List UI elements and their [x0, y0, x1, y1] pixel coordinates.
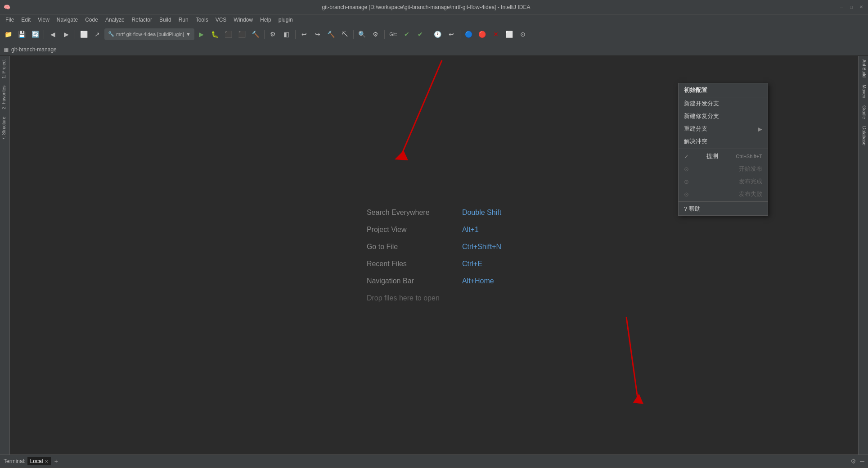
ctx-item-start-release: ⊙ 开始发布 — [679, 163, 768, 175]
toolbar-icon-1[interactable]: ⚙ — [267, 28, 279, 41]
hint-shortcut-recent: Ctrl+E — [462, 260, 482, 268]
terminal-gear-icon[interactable]: ⚙ — [850, 458, 856, 465]
git-rollback-icon[interactable]: ↩ — [445, 28, 458, 41]
menu-vcs[interactable]: VCS — [212, 14, 230, 25]
ctx-shortcut-test: Ctrl+Shift+T — [736, 154, 762, 159]
toolbar-hammer-icon[interactable]: 🔨 — [325, 28, 337, 41]
toolbar-ext-icon[interactable]: ⛏ — [338, 28, 351, 41]
ctx-item-release-done: ⊙ 发布完成 — [679, 175, 768, 188]
menu-refactor[interactable]: Refactor — [128, 14, 156, 25]
menu-file[interactable]: File — [2, 14, 18, 25]
hint-project-view: Project View Alt+1 — [367, 226, 501, 234]
toolbar-sep-6 — [384, 30, 385, 39]
toolbar-sync-icon[interactable]: 🔄 — [29, 28, 41, 41]
hint-shortcut-nav: Alt+Home — [462, 277, 494, 285]
hint-shortcut-search: Double Shift — [462, 209, 501, 217]
editor-area: Search Everywhere Double Shift Project V… — [10, 56, 858, 454]
menu-plugin[interactable]: plugin — [275, 14, 297, 25]
toolbar-sep-7 — [429, 30, 429, 39]
toolbar-arrow-icon[interactable]: ↗ — [91, 28, 103, 41]
sidebar-tab-project[interactable]: 1: Project — [0, 56, 9, 82]
menu-build[interactable]: Build — [156, 14, 175, 25]
terminal-tabs: Terminal: Local ✕ + ⚙ ─ — [0, 455, 868, 468]
git-history-icon[interactable]: 🕐 — [432, 28, 444, 41]
git-check-icon[interactable]: ✔ — [400, 28, 413, 41]
app-icon: 🧠 — [4, 4, 10, 10]
ctx-separator-2 — [679, 201, 768, 202]
menu-bar: File Edit View Navigate Code Analyze Ref… — [0, 14, 868, 25]
maximize-button[interactable]: □ — [848, 4, 855, 10]
debug-button[interactable]: 🐛 — [209, 28, 221, 41]
build-button[interactable]: 🔨 — [249, 28, 262, 41]
menu-run[interactable]: Run — [175, 14, 192, 25]
context-menu: 初始配置 新建开发分支 新建修复分支 重建分支 ▶ 解决冲突 ✓ 提测 Ctrl… — [678, 83, 768, 216]
terminal-tab-local[interactable]: Local ✕ — [27, 457, 51, 465]
ctx-submenu-arrow: ▶ — [758, 126, 762, 132]
menu-tools[interactable]: Tools — [192, 14, 212, 25]
run-config-selector[interactable]: 🔧 mrtf-git-flow-4idea [buildPlugin] ▼ — [104, 28, 194, 40]
sidebar-tab-maven[interactable]: Maven — [859, 81, 868, 102]
hint-goto-file: Go to File Ctrl+Shift+N — [367, 243, 501, 251]
toolbar-circle-icon[interactable]: ⊙ — [517, 28, 529, 41]
sidebar-tab-gradle[interactable]: Gradle — [859, 102, 868, 123]
sidebar-tab-database[interactable]: Database — [859, 123, 868, 149]
toolbar-plugin-icon[interactable]: ✕ — [490, 28, 502, 41]
ctx-item-label: 重建分支 — [684, 125, 707, 133]
ctx-item-label: 解决冲突 — [684, 137, 707, 145]
hint-nav-bar: Navigation Bar Alt+Home — [367, 277, 501, 285]
main-layout: 1: Project 2: Favorites 7: Structure Sea… — [0, 56, 868, 454]
svg-marker-3 — [633, 394, 643, 404]
git-label: Git: — [387, 28, 400, 41]
toolbar-icon-2[interactable]: ◧ — [280, 28, 293, 41]
ctx-item-new-fix-branch[interactable]: 新建修复分支 — [679, 110, 768, 123]
terminal-close-icon[interactable]: ✕ — [45, 459, 48, 464]
window-title: git-branch-manage [D:\workspace\git-bran… — [14, 4, 838, 10]
ctx-item-resolve-conflict[interactable]: 解决冲突 — [679, 135, 768, 148]
run-coverage-button[interactable]: ⬛ — [222, 28, 235, 41]
toolbar-red-icon[interactable]: 🔴 — [476, 28, 489, 41]
search-everywhere-btn[interactable]: 🔍 — [356, 28, 369, 41]
toolbar-sep-3 — [264, 30, 265, 39]
toolbar-redo-icon[interactable]: ↪ — [311, 28, 324, 41]
terminal-label: Terminal: — [4, 458, 26, 464]
ctx-item-rebuild-branch[interactable]: 重建分支 ▶ — [679, 123, 768, 135]
ctx-item-test[interactable]: ✓ 提测 Ctrl+Shift+T — [679, 150, 768, 163]
run-button[interactable]: ▶ — [195, 28, 208, 41]
project-icon: ▦ — [4, 46, 9, 53]
ctx-item-new-dev-branch[interactable]: 新建开发分支 — [679, 97, 768, 110]
git-check2-icon[interactable]: ✔ — [414, 28, 427, 41]
ctx-item-icon: ⊙ — [684, 166, 689, 173]
toolbar-back-icon[interactable]: ◀ — [46, 28, 59, 41]
toolbar-save-icon[interactable]: 💾 — [15, 28, 28, 41]
sidebar-tab-favorites[interactable]: 2: Favorites — [0, 82, 9, 113]
ctx-item-icon: ⊙ — [684, 191, 689, 198]
close-button[interactable]: ✕ — [858, 4, 864, 10]
terminal-add-tab[interactable]: + — [53, 458, 60, 465]
toolbar-settings-icon[interactable]: ⚙ — [369, 28, 382, 41]
sidebar-tab-structure[interactable]: 7: Structure — [0, 113, 9, 144]
toolbar-folder-icon[interactable]: 📁 — [2, 28, 14, 41]
terminal-minimize-icon[interactable]: ─ — [860, 458, 864, 465]
toolbar-green-rect-icon[interactable]: ⬜ — [503, 28, 516, 41]
ctx-item-label: 新建修复分支 — [684, 112, 719, 120]
stop-button[interactable]: ⬛ — [236, 28, 248, 41]
menu-help[interactable]: Help — [256, 14, 275, 25]
menu-edit[interactable]: Edit — [18, 14, 34, 25]
menu-window[interactable]: Window — [230, 14, 256, 25]
menu-navigate[interactable]: Navigate — [53, 14, 81, 25]
run-config-label: mrtf-git-flow-4idea [buildPlugin] — [116, 32, 184, 37]
toolbar-blue-icon[interactable]: 🔵 — [463, 28, 475, 41]
sidebar-tab-ant[interactable]: Ant Build — [859, 56, 868, 81]
toolbar-window-icon[interactable]: ⬜ — [77, 28, 90, 41]
menu-analyze[interactable]: Analyze — [102, 14, 128, 25]
minimize-button[interactable]: ─ — [838, 4, 845, 10]
toolbar-forward-icon[interactable]: ▶ — [60, 28, 72, 41]
window-controls: ─ □ ✕ — [838, 4, 864, 10]
toolbar-undo-icon[interactable]: ↩ — [298, 28, 310, 41]
ctx-item-label: 开始发布 — [739, 165, 762, 173]
ctx-item-help[interactable]: ? 帮助 — [679, 203, 768, 215]
svg-marker-1 — [395, 150, 408, 160]
menu-view[interactable]: View — [34, 14, 53, 25]
run-config-icon: 🔧 — [108, 31, 114, 37]
menu-code[interactable]: Code — [81, 14, 102, 25]
